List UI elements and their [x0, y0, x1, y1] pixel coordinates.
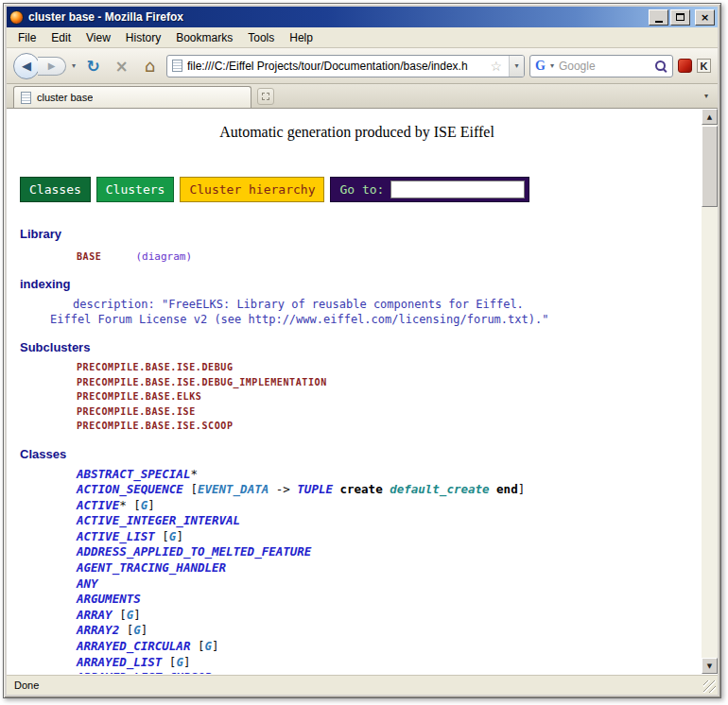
bracket: [	[162, 655, 176, 669]
class-list-item: ACTION_SEQUENCE [EVENT_DATA -> TUPLE cre…	[20, 482, 694, 498]
class-link[interactable]: ACTION_SEQUENCE	[77, 482, 183, 496]
google-logo-icon: G	[535, 59, 546, 74]
forward-button[interactable]: ▶	[38, 57, 66, 76]
class-link[interactable]: ARRAYED_CIRCULAR	[77, 639, 190, 653]
formal-generic: G	[204, 639, 212, 653]
menu-history[interactable]: History	[118, 28, 168, 47]
menu-bookmarks[interactable]: Bookmarks	[168, 28, 240, 47]
close-button[interactable]: ×	[695, 9, 715, 26]
class-link[interactable]: ACTIVE_LIST	[77, 529, 155, 543]
search-bar[interactable]: G ▾	[529, 55, 673, 77]
class-list-item: ACTIVE_INTEGER_INTERVAL	[20, 513, 694, 529]
stop-icon: ×	[114, 57, 128, 76]
class-list-item: ARRAYED_CIRCULAR [G]	[20, 639, 694, 655]
doc-nav-buttons: Classes Clusters Cluster hierarchy Go to…	[20, 177, 694, 202]
menu-tools[interactable]: Tools	[240, 28, 282, 47]
list-all-tabs-button[interactable]: ▾	[700, 89, 713, 103]
minimize-icon	[655, 21, 663, 23]
new-tab-button[interactable]	[257, 88, 274, 105]
classes-heading: Classes	[20, 447, 694, 461]
subcluster-link[interactable]: PRECOMPILE.BASE.ISE.DEBUG	[20, 360, 694, 375]
addon-icon-1[interactable]	[678, 59, 692, 73]
tab-cluster-base[interactable]: cluster base	[13, 86, 251, 108]
indexing-description-line1: description: "FreeELKS: Library of reusa…	[20, 297, 694, 312]
indexing-description-line2: Eiffel Forum License v2 (see http://www.…	[20, 312, 694, 327]
subcluster-link[interactable]: PRECOMPILE.BASE.ELKS	[20, 389, 694, 404]
class-link[interactable]: TUPLE	[297, 482, 333, 496]
class-link[interactable]: ARGUMENTS	[77, 592, 141, 606]
addon-icon-2[interactable]: K	[697, 59, 711, 73]
subclusters-heading: Subclusters	[20, 340, 694, 354]
status-text: Done	[14, 679, 39, 691]
history-dropdown-icon[interactable]: ▾	[71, 61, 77, 70]
diagram-link[interactable]: (diagram)	[135, 250, 192, 263]
class-link[interactable]: ACTIVE	[77, 498, 119, 512]
scroll-down-button[interactable]: ▼	[702, 658, 718, 674]
bracket: [	[190, 639, 204, 653]
title-bar[interactable]: cluster base - Mozilla Firefox ×	[7, 7, 718, 27]
menu-file[interactable]: File	[10, 28, 43, 47]
goto-input[interactable]	[390, 181, 525, 198]
class-link[interactable]: ARRAYED_LIST	[77, 655, 162, 669]
menu-view[interactable]: View	[78, 28, 118, 47]
home-button[interactable]: ⌂	[138, 54, 162, 77]
cluster-hierarchy-button[interactable]: Cluster hierarchy	[180, 177, 324, 202]
window-title: cluster base - Mozilla Firefox	[28, 10, 644, 24]
window-controls: ×	[649, 9, 715, 26]
url-input[interactable]	[187, 60, 483, 73]
search-engine-dropdown-icon[interactable]: ▾	[549, 61, 555, 70]
class-link[interactable]: ABSTRACT_SPECIAL	[77, 467, 190, 481]
back-button[interactable]: ◀	[13, 53, 40, 79]
cluster-base-link[interactable]: BASE	[77, 251, 101, 262]
class-link[interactable]: AGENT_TRACING_HANDLER	[77, 560, 226, 575]
bracket: [	[183, 482, 198, 496]
search-input[interactable]	[559, 60, 650, 73]
classes-button[interactable]: Classes	[20, 177, 91, 202]
class-link[interactable]: ACTIVE_INTEGER_INTERVAL	[77, 513, 240, 527]
scrollbar-thumb[interactable]	[702, 126, 718, 207]
firefox-logo-icon	[9, 10, 24, 25]
class-list-item: ACTIVE_LIST [G]	[20, 529, 694, 545]
navigation-toolbar: ◀ ▶ ▾ ↻ × ⌂ ☆ ▾ G ▾ K	[7, 48, 718, 84]
generic-constraint-link[interactable]: EVENT_DATA	[198, 482, 269, 496]
menu-help[interactable]: Help	[282, 28, 321, 47]
search-magnifier-icon[interactable]	[654, 60, 667, 73]
stop-button[interactable]: ×	[110, 54, 133, 77]
urlbar-dropdown-icon[interactable]: ▾	[509, 56, 524, 77]
subcluster-link[interactable]: PRECOMPILE.BASE.ISE.SCOOP	[20, 419, 694, 434]
back-icon: ◀	[22, 59, 31, 73]
library-row: BASE(diagram)	[20, 247, 694, 264]
keyword: create	[340, 482, 383, 496]
bracket: ]	[176, 529, 183, 543]
class-link[interactable]: ANY	[77, 576, 98, 591]
close-icon: ×	[701, 12, 709, 23]
resize-grip[interactable]	[703, 680, 716, 693]
class-list-item: ABSTRACT_SPECIAL*	[20, 467, 694, 483]
feature-link[interactable]: default_create	[390, 482, 489, 496]
bookmark-star-icon[interactable]: ☆	[488, 59, 504, 74]
minimize-button[interactable]	[649, 9, 668, 26]
bracket: ]	[212, 639, 219, 653]
goto-label: Go to:	[339, 182, 384, 197]
scrollbar-track[interactable]	[702, 125, 718, 658]
class-link[interactable]: ARRAY	[77, 608, 113, 622]
formal-generic: G	[176, 655, 183, 669]
reload-button[interactable]: ↻	[81, 54, 105, 77]
vertical-scrollbar[interactable]: ▲ ▼	[702, 109, 718, 674]
home-icon: ⌂	[145, 56, 155, 76]
bracket: ]	[518, 482, 526, 496]
space	[333, 482, 340, 496]
maximize-button[interactable]	[670, 9, 690, 26]
tab-label: cluster base	[37, 92, 93, 103]
class-link[interactable]: ARRAY2	[77, 623, 119, 637]
scroll-up-button[interactable]: ▲	[702, 109, 718, 125]
subcluster-link[interactable]: PRECOMPILE.BASE.ISE.DEBUG_IMPLEMENTATION	[20, 375, 694, 390]
class-link[interactable]: ADDRESS_APPLIED_TO_MELTED_FEATURE	[77, 544, 311, 559]
menu-edit[interactable]: Edit	[43, 28, 78, 47]
class-list-item: ACTIVE* [G]	[20, 498, 694, 514]
goto-box: Go to:	[330, 177, 529, 202]
location-bar[interactable]: ☆ ▾	[166, 55, 525, 77]
clusters-button[interactable]: Clusters	[96, 177, 175, 202]
bracket: * [	[119, 498, 141, 512]
subcluster-link[interactable]: PRECOMPILE.BASE.ISE	[20, 404, 694, 420]
